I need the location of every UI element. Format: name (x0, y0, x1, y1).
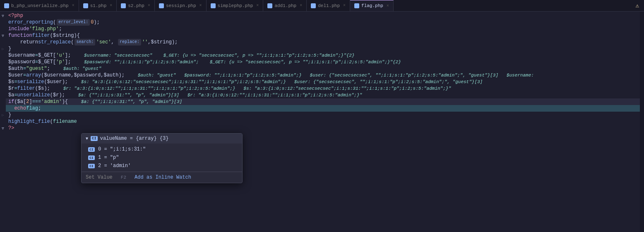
code-line-6: } (6, 45, 640, 52)
php-file-icon (211, 3, 216, 8)
tab-close-btn[interactable]: × (343, 3, 346, 8)
tab-s1[interactable]: s1.php × (79, 0, 117, 11)
debug-footer: Set Value F2 Add as Inline Watch (82, 172, 242, 183)
debug-chevron[interactable]: ▼ (86, 136, 88, 141)
tab-label: add1.php (274, 3, 296, 8)
editor-area: ▽ ▽ ▷ ▷ ▽ <?php error_reporting( error_l… (0, 12, 644, 232)
add-inline-watch-button[interactable]: Add as Inline Watch (135, 175, 191, 180)
gutter-17 (0, 118, 6, 125)
php-open-tag: <?php (8, 12, 23, 19)
code-line-1: <?php (6, 12, 640, 19)
debug-header-text: valueName = {array} {3} (100, 136, 169, 141)
set-value-shortcut: F2 (121, 175, 126, 180)
tab-close-btn[interactable]: × (72, 3, 74, 8)
tab-close-btn[interactable]: × (387, 4, 389, 8)
tab-label: flag.php (361, 3, 383, 8)
code-line-16: } (6, 112, 640, 118)
debug-item-label-1: 1 = "p" (98, 155, 119, 160)
php-file-icon (159, 3, 164, 8)
code-line-14: if($a[2]==='admin'){ $a: {"";i:1;s:31:""… (6, 98, 640, 105)
param-label-error-level: error_level: (57, 19, 90, 26)
php-file-icon (83, 3, 88, 8)
param-label-replace: replace: (118, 39, 141, 45)
inline-val-s: $s: "a:3:{i:0;s:12:"secsecsecsec";i:1;s:… (73, 79, 483, 85)
inline-val-username: $username: "secsecsecsec" $_GET: {u => "… (76, 52, 354, 59)
param-label-search: search: (74, 39, 95, 45)
debug-item-icon-0: CI (88, 147, 95, 152)
tab-flag[interactable]: flag.php × (350, 0, 394, 11)
tab-b-php-unserialize[interactable]: b_php_unserialize.php × (0, 0, 79, 11)
tab-add1[interactable]: add1.php × (263, 0, 307, 11)
code-line-9: $auth="guest"; $auth: "guest" (6, 65, 640, 72)
tab-label: s2.php (128, 3, 144, 8)
gutter-2 (0, 19, 6, 26)
tab-label: s1.php (90, 3, 107, 8)
debug-item-2: CI 2 = 'admin' (82, 162, 242, 170)
tab-label: b_php_unserialize.php (11, 3, 69, 8)
debug-item-0: CI 0 = ";i:1;s:31:" (82, 145, 242, 153)
php-file-icon (311, 3, 316, 8)
tab-s2[interactable]: s2.php × (117, 0, 155, 11)
gutter-3 (0, 26, 6, 32)
debug-item-icon-1: CI (88, 155, 95, 160)
closing-brace: } (8, 45, 11, 52)
code-line-13: $a=unserialize($r); $a: {"";i:1;s:31:"",… (6, 92, 640, 98)
debug-var-icon: CI (91, 136, 98, 141)
tab-close-btn[interactable]: × (256, 3, 259, 8)
warning-badge: ⚠ (631, 0, 644, 11)
gutter-9 (0, 65, 6, 72)
inline-val-password: $password: "";i:1;s:1:"p";i:2;s:5:"admin… (76, 59, 401, 65)
gutter-fold-1[interactable]: ▽ (0, 12, 6, 19)
gutter-14 (0, 98, 6, 105)
gutter-8 (0, 59, 6, 65)
code-content: <?php error_reporting( error_level: 0); … (6, 12, 640, 232)
set-value-label: Set Value (86, 175, 113, 180)
inline-val-user: $auth: "guest" $password: "";i:1;s:1:"p"… (130, 72, 534, 79)
code-line-2: error_reporting( error_level: 0); (6, 19, 640, 26)
code-line-15: echo flag; (6, 105, 640, 112)
editor-scrollbar[interactable] (640, 12, 644, 232)
debug-item-label-2: 2 = 'admin' (98, 163, 131, 169)
inline-val-a-if: $a: {"";i:1;s:31:"", "p", "admin"}[3] (73, 98, 182, 105)
gutter-7 (0, 52, 6, 59)
inline-val-auth: $auth: "guest" (55, 65, 101, 72)
code-line-18: ?> (6, 125, 640, 132)
code-line-10: $user=array($username,$password,$auth); … (6, 72, 640, 79)
debug-popup: ▼ CI valueName = {array} {3} CI 0 = ";i:… (81, 133, 243, 183)
tab-close-btn[interactable]: × (300, 3, 302, 8)
gutter-16: ▷ (0, 112, 6, 118)
code-line-8: $password=$_GET['p']; $password: "";i:1;… (6, 59, 640, 65)
tab-close-btn[interactable]: × (199, 3, 202, 8)
php-file-icon (354, 3, 359, 8)
kw-function: function (8, 32, 32, 39)
inline-val-a: $a: {"";i:1;s:31:"", "p", "admin"}[3] $r… (70, 92, 362, 98)
gutter-fold-18[interactable]: ▽ (0, 125, 6, 132)
tab-label: sessipn.php (166, 3, 196, 8)
gutter-13 (0, 92, 6, 98)
gutter-fold-4[interactable]: ▽ (0, 32, 6, 39)
debug-item-icon-2: CI (88, 164, 95, 168)
gutter-5 (0, 39, 6, 45)
tab-bar: b_php_unserialize.php × s1.php × s2.php … (0, 0, 644, 12)
gutter-10 (0, 72, 6, 79)
tab-del1[interactable]: del1.php × (307, 0, 350, 11)
code-line-3: include 'flag.php'; (6, 26, 640, 32)
code-line-12: $r=filter($s); $r: "a:3:{i:0;s:12:"";i:1… (6, 85, 640, 92)
gutter-12 (0, 85, 6, 92)
code-line-11: $s=serialize($user); $s: "a:3:{i:0;s:12:… (6, 79, 640, 85)
line-gutter: ▽ ▽ ▷ ▷ ▽ (0, 12, 6, 232)
php-file-icon (4, 3, 9, 8)
gutter-6: ▷ (0, 45, 6, 52)
php-file-icon (121, 3, 126, 8)
tab-close-btn[interactable]: × (110, 3, 112, 8)
inline-val-r: $r: "a:3:{i:0;s:12:"";i:1;s:31:"";i:1;s:… (55, 85, 451, 92)
tab-simplephp[interactable]: simplephp.php × (207, 0, 264, 11)
tab-sessipn[interactable]: sessipn.php × (155, 0, 207, 11)
tab-close-btn[interactable]: × (148, 3, 150, 8)
debug-popup-header: ▼ CI valueName = {array} {3} (82, 134, 242, 144)
code-line-7: $username=$_GET['u']; $username: "secsec… (6, 52, 640, 59)
tab-label: del1.php (318, 3, 340, 8)
gutter-15 (0, 105, 6, 112)
kw-include: include (8, 26, 29, 32)
debug-item-1: CI 1 = "p" (82, 153, 242, 162)
